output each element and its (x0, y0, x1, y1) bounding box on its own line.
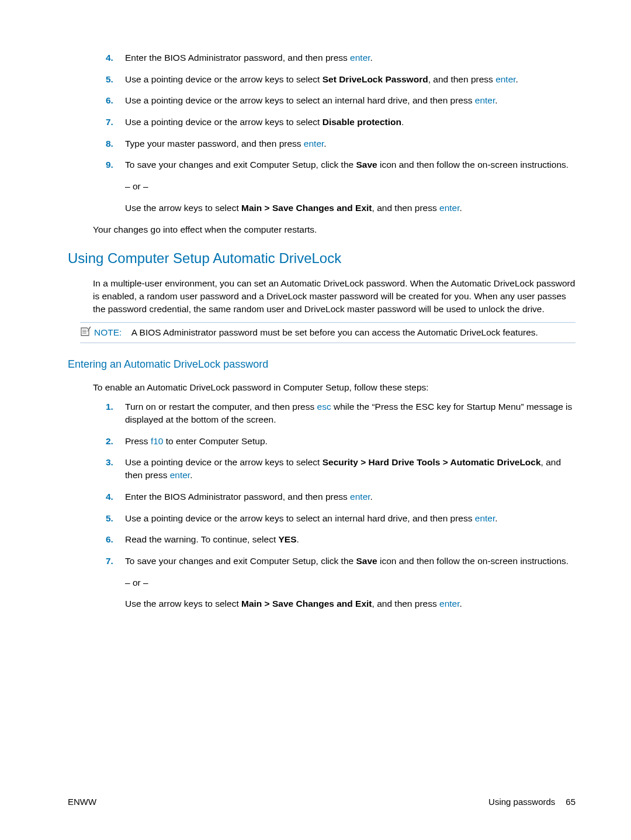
list-item: 5.Use a pointing device or the arrow key… (106, 512, 575, 525)
paragraph-section-body: In a multiple-user environment, you can … (93, 277, 575, 315)
list-item-sub: – or – (125, 180, 575, 193)
list-item-body: Enter the BIOS Administrator password, a… (125, 490, 575, 503)
bold-text: Save (356, 556, 377, 566)
text-run: . (324, 139, 326, 148)
list-marker: 4. (106, 51, 113, 64)
list-marker: 6. (106, 533, 113, 546)
footer-left: ENWW (68, 796, 96, 808)
keyboard-key: enter (475, 95, 495, 105)
list-marker: 2. (106, 435, 113, 448)
text-run: Use a pointing device or the arrow keys … (125, 74, 323, 84)
text-run: Press (125, 436, 151, 446)
text-run: Use a pointing device or the arrow keys … (125, 117, 323, 127)
keyboard-key: f10 (151, 436, 164, 446)
keyboard-key: enter (495, 74, 515, 84)
list-item-body: Press f10 to enter Computer Setup. (125, 435, 575, 448)
text-run: . (297, 534, 299, 544)
keyboard-key: enter (475, 513, 495, 523)
paragraph-restart: Your changes go into effect when the com… (93, 223, 575, 236)
text-run: . (460, 599, 462, 609)
heading-entering-password: Entering an Automatic DriveLock password (68, 357, 575, 372)
bold-text: Security > Hard Drive Tools > Automatic … (323, 457, 541, 467)
text-run: Use the arrow keys to select (125, 203, 241, 213)
text-run: To save your changes and exit Computer S… (125, 556, 356, 566)
page: 4.Enter the BIOS Administrator password,… (0, 0, 631, 840)
list-item: 6.Read the warning. To continue, select … (106, 533, 575, 546)
text-run: Use a pointing device or the arrow keys … (125, 457, 323, 467)
text-run: – or – (125, 578, 148, 587)
list-item-body: Use a pointing device or the arrow keys … (125, 94, 575, 107)
keyboard-key: enter (304, 139, 324, 148)
list-item: 5.Use a pointing device or the arrow key… (106, 73, 575, 86)
list-marker: 6. (106, 94, 113, 107)
page-footer: ENWW Using passwords 65 (68, 796, 575, 808)
text-run: . (370, 492, 373, 502)
note-body-text: A BIOS Administrator password must be se… (131, 327, 538, 337)
list-item-body: Use a pointing device or the arrow keys … (125, 116, 575, 129)
list-item-sub: Use the arrow keys to select Main > Save… (125, 202, 575, 215)
list-item-body: Use a pointing device or the arrow keys … (125, 456, 575, 481)
text-run: . (516, 74, 518, 84)
text-run: . (401, 117, 404, 127)
footer-section-label: Using passwords (488, 796, 555, 808)
list-item-body: Use a pointing device or the arrow keys … (125, 512, 575, 525)
text-run: Read the warning. To continue, select (125, 534, 279, 544)
text-run: . (190, 470, 192, 480)
list-marker: 1. (106, 400, 113, 413)
note-text: NOTE: A BIOS Administrator password must… (80, 326, 575, 339)
text-run: Use a pointing device or the arrow keys … (125, 513, 475, 523)
text-run: , and then press (372, 203, 439, 213)
list-item: 7.To save your changes and exit Computer… (106, 555, 575, 610)
text-run: . (495, 95, 497, 105)
text-run: Type your master password, and then pres… (125, 139, 304, 148)
list-item: 1.Turn on or restart the computer, and t… (106, 400, 575, 426)
bold-text: Main > Save Changes and Exit (241, 203, 372, 213)
list-item-body: Enter the BIOS Administrator password, a… (125, 51, 575, 64)
text-run: – or – (125, 181, 148, 191)
ordered-list-top: 4.Enter the BIOS Administrator password,… (68, 51, 575, 215)
list-item-body: Type your master password, and then pres… (125, 137, 575, 150)
heading-automatic-drivelock: Using Computer Setup Automatic DriveLock (68, 248, 575, 268)
list-marker: 7. (106, 555, 113, 568)
text-run: icon and then follow the on-screen instr… (377, 556, 568, 566)
list-item-body: To save your changes and exit Computer S… (125, 158, 575, 171)
list-marker: 7. (106, 116, 113, 129)
list-item: 7.Use a pointing device or the arrow key… (106, 116, 575, 129)
note-box: NOTE: A BIOS Administrator password must… (80, 322, 575, 343)
text-run: Use the arrow keys to select (125, 599, 241, 609)
list-marker: 8. (106, 137, 113, 150)
list-item-sub: – or – (125, 576, 575, 589)
text-run: . (495, 513, 497, 523)
text-run: Enter the BIOS Administrator password, a… (125, 53, 350, 63)
note-body (124, 327, 131, 337)
keyboard-key: enter (350, 492, 370, 502)
list-marker: 5. (106, 512, 113, 525)
list-item: 4.Enter the BIOS Administrator password,… (106, 490, 575, 503)
list-item-body: Use a pointing device or the arrow keys … (125, 73, 575, 86)
text-run: Enter the BIOS Administrator password, a… (125, 492, 350, 502)
list-marker: 5. (106, 73, 113, 86)
text-run: . (370, 53, 373, 63)
text-run: To save your changes and exit Computer S… (125, 160, 356, 170)
text-run: . (460, 203, 462, 213)
bold-text: Main > Save Changes and Exit (241, 599, 372, 609)
keyboard-key: esc (317, 402, 331, 412)
text-run: icon and then follow the on-screen instr… (377, 160, 568, 170)
text-run: , and then press (372, 599, 439, 609)
keyboard-key: enter (350, 53, 370, 63)
list-item: 3.Use a pointing device or the arrow key… (106, 456, 575, 481)
text-run: Turn on or restart the computer, and the… (125, 402, 317, 412)
keyboard-key: enter (170, 470, 190, 480)
list-marker: 4. (106, 490, 113, 503)
keyboard-key: enter (439, 203, 459, 213)
note-icon (80, 326, 92, 337)
list-item-sub: Use the arrow keys to select Main > Save… (125, 597, 575, 610)
text-run: , and then press (428, 74, 495, 84)
footer-page-number: 65 (566, 796, 575, 808)
paragraph-h3-intro: To enable an Automatic DriveLock passwor… (93, 381, 575, 394)
text-run: to enter Computer Setup. (164, 436, 268, 446)
bold-text: Disable protection (323, 117, 401, 127)
list-item: 8.Type your master password, and then pr… (106, 137, 575, 150)
list-item: 9.To save your changes and exit Computer… (106, 158, 575, 214)
list-item: 4.Enter the BIOS Administrator password,… (106, 51, 575, 64)
